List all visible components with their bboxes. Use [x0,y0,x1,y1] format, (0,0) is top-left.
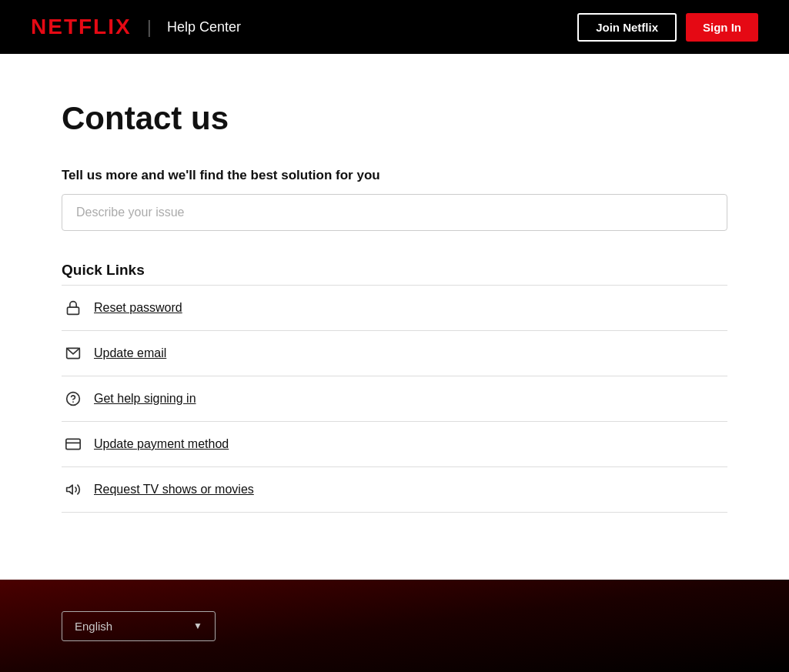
quick-link-update-email[interactable]: Update email [62,331,727,376]
svg-rect-4 [66,439,80,449]
megaphone-icon [65,481,82,498]
footer: English ▼ [0,580,789,672]
header-divider: | [147,16,152,38]
request-tv-link[interactable]: Request TV shows or movies [94,483,254,496]
chevron-down-icon: ▼ [193,620,202,631]
netflix-logo: NETFLIX [31,15,132,39]
header-left: NETFLIX | Help Center [31,15,241,39]
signing-in-link[interactable]: Get help signing in [94,392,196,406]
help-circle-icon [65,390,82,407]
page-title: Contact us [62,100,727,137]
header-buttons: Join Netflix Sign In [577,13,758,42]
sign-in-button[interactable]: Sign In [686,13,758,42]
header: NETFLIX | Help Center Join Netflix Sign … [0,0,789,54]
search-subtitle: Tell us more and we'll find the best sol… [62,168,727,183]
reset-password-link[interactable]: Reset password [94,301,182,315]
quick-link-payment[interactable]: Update payment method [62,422,727,467]
quick-link-reset-password[interactable]: Reset password [62,285,727,331]
quick-links-list: Reset password Update email Get help [62,285,727,513]
svg-marker-6 [67,485,73,494]
language-selector[interactable]: English ▼ [62,611,216,641]
help-center-label: Help Center [167,19,241,35]
svg-rect-0 [68,307,79,314]
language-label: English [75,620,112,633]
join-netflix-button[interactable]: Join Netflix [577,13,677,42]
lock-icon [65,299,82,316]
payment-link[interactable]: Update payment method [94,437,229,451]
card-icon [65,436,82,453]
search-input[interactable] [62,194,727,231]
quick-link-request-tv[interactable]: Request TV shows or movies [62,467,727,513]
quick-link-signing-in[interactable]: Get help signing in [62,376,727,422]
email-icon [65,345,82,362]
update-email-link[interactable]: Update email [94,346,166,360]
main-content: Contact us Tell us more and we'll find t… [0,54,789,559]
quick-links-title: Quick Links [62,262,727,279]
